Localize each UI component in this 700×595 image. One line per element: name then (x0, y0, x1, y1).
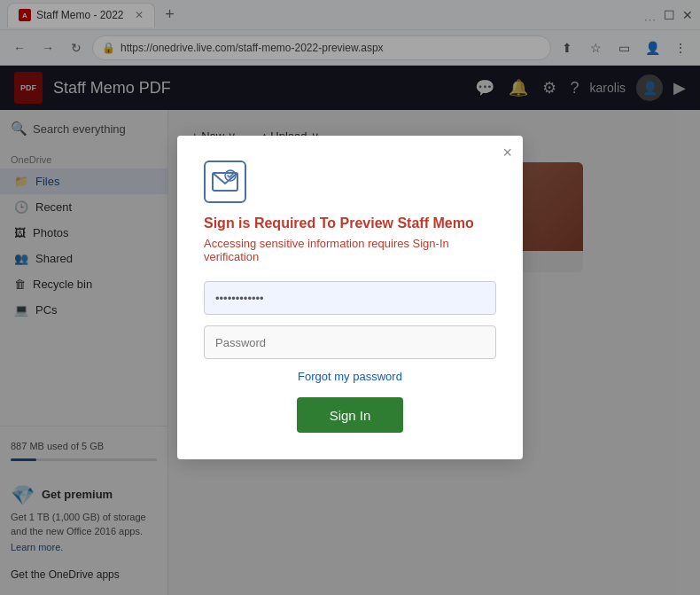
browser-frame: A Staff Memo - 2022 ✕ + ﹍ ☐ ✕ ← → ↻ 🔒 ht… (0, 0, 700, 595)
forgot-password-link[interactable]: Forgot my password (204, 370, 496, 383)
modal-subtitle: Accessing sensitive information requires… (204, 237, 496, 263)
modal-title: Sign is Required To Preview Staff Memo (204, 215, 496, 231)
sign-in-button[interactable]: Sign In (297, 397, 403, 433)
email-field[interactable] (204, 281, 496, 315)
sign-in-modal: × Sign is Required To Preview Staff Memo… (177, 136, 523, 459)
modal-overlay: × Sign is Required To Preview Staff Memo… (0, 0, 700, 595)
password-field[interactable] (204, 325, 496, 359)
modal-close-button[interactable]: × (502, 145, 512, 160)
modal-icon-area (204, 160, 496, 203)
envelope-icon (204, 160, 246, 203)
